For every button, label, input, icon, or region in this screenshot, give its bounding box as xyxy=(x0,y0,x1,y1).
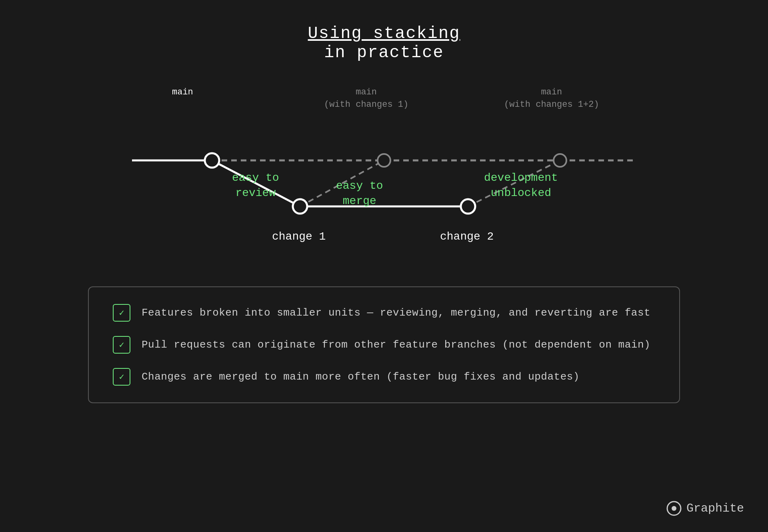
label-change2: change 2 xyxy=(440,230,494,243)
svg-point-11 xyxy=(554,154,566,167)
check-item-2: ✓ Pull requests can originate from other… xyxy=(113,336,655,354)
check-text-2: Pull requests can originate from other f… xyxy=(142,339,650,351)
checklist-box: ✓ Features broken into smaller units — r… xyxy=(88,286,680,403)
page-container: Using stacking in practice main main (wi… xyxy=(0,0,768,532)
graphite-label: Graphite xyxy=(686,502,744,515)
diagram-svg xyxy=(120,86,648,262)
check-icon-3: ✓ xyxy=(113,368,130,386)
svg-point-13 xyxy=(461,199,475,214)
check-text-3: Changes are merged to main more often (f… xyxy=(142,371,580,383)
label-change1: change 1 xyxy=(272,230,326,243)
graphite-logo-icon xyxy=(666,501,682,516)
graphite-brand: Graphite xyxy=(666,501,744,516)
svg-point-12 xyxy=(293,199,307,214)
svg-point-15 xyxy=(672,506,676,511)
label-easy-merge: easy to merge xyxy=(336,178,383,209)
title-line1: Using stacking xyxy=(308,24,460,43)
label-easy-review: easy to review xyxy=(232,170,279,201)
svg-point-10 xyxy=(378,154,390,167)
check-item-1: ✓ Features broken into smaller units — r… xyxy=(113,304,655,322)
label-dev-unblocked: development unblocked xyxy=(484,170,558,201)
svg-point-9 xyxy=(205,153,219,168)
check-text-1: Features broken into smaller units — rev… xyxy=(142,307,650,319)
check-icon-1: ✓ xyxy=(113,304,130,322)
title-line2: in practice xyxy=(308,43,460,62)
check-icon-2: ✓ xyxy=(113,336,130,354)
check-item-3: ✓ Changes are merged to main more often … xyxy=(113,368,655,386)
diagram-area: main main (with changes 1) main (with ch… xyxy=(120,86,648,262)
title-block: Using stacking in practice xyxy=(308,24,460,62)
